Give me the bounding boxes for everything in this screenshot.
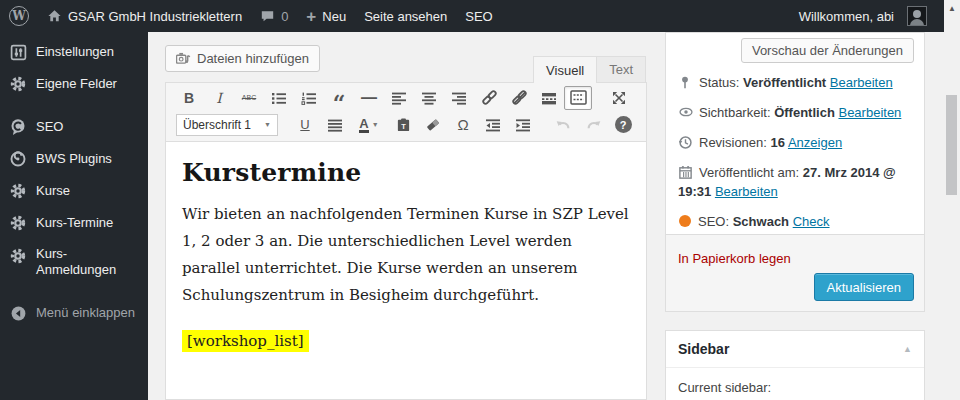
justify-button[interactable] bbox=[320, 113, 350, 137]
comments-link[interactable]: 0 bbox=[251, 0, 297, 32]
wordpress-admin-page: W GSAR GmbH Industrieklettern 0 + Neu Se… bbox=[0, 0, 960, 400]
move-to-trash-link[interactable]: In Papierkorb legen bbox=[678, 251, 791, 266]
more-tag-button[interactable] bbox=[534, 86, 564, 110]
view-page-link[interactable]: Seite ansehen bbox=[355, 0, 456, 32]
toggle-panel-icon[interactable]: ▲ bbox=[903, 344, 912, 354]
numbered-list-button[interactable] bbox=[294, 86, 324, 110]
collapse-menu-button[interactable]: Menü einklappen bbox=[0, 297, 148, 329]
editor-toolbar: B I ABC “ — bbox=[166, 83, 646, 142]
avatar bbox=[907, 6, 927, 26]
strikethrough-button[interactable]: ABC bbox=[234, 86, 264, 110]
blockquote-button[interactable]: “ bbox=[324, 86, 354, 110]
text-color-button[interactable]: A ▼ bbox=[350, 113, 388, 137]
admin-bar: W GSAR GmbH Industrieklettern 0 + Neu Se… bbox=[0, 0, 944, 32]
edit-visibility-link[interactable]: Bearbeiten bbox=[838, 105, 901, 120]
publish-box: Vorschau der Änderungen Status: Veröffen… bbox=[665, 32, 925, 312]
admin-bar-right: Willkommen, abi bbox=[790, 0, 944, 32]
undo-button[interactable] bbox=[548, 113, 578, 137]
wordpress-logo-icon: W bbox=[9, 6, 29, 26]
bws-swirl-icon bbox=[8, 149, 28, 169]
redo-button[interactable] bbox=[578, 113, 608, 137]
sidebar-metabox-header[interactable]: Sidebar ▲ bbox=[666, 331, 924, 368]
scroll-up-arrow[interactable]: ▲ bbox=[944, 2, 960, 16]
align-right-button[interactable] bbox=[444, 86, 474, 110]
sidebar-item-eigene-felder[interactable]: Eigene Felder bbox=[0, 68, 148, 100]
editor-content[interactable]: Kurstermine Wir bieten an nachfolgenden … bbox=[166, 142, 646, 362]
tab-text[interactable]: Text bbox=[597, 56, 646, 83]
tab-visual[interactable]: Visuell bbox=[533, 56, 597, 83]
edit-published-date-link[interactable]: Bearbeiten bbox=[715, 184, 778, 199]
sidebar-item-bws-plugins[interactable]: BWS Plugins bbox=[0, 143, 148, 175]
scrollbar-thumb[interactable] bbox=[946, 95, 957, 195]
menu-separator bbox=[0, 100, 148, 111]
fullscreen-button[interactable] bbox=[604, 86, 634, 110]
bullet-list-button[interactable] bbox=[264, 86, 294, 110]
sidebar-item-kurs-termine[interactable]: Kurs-Termine bbox=[0, 207, 148, 239]
svg-text:T: T bbox=[401, 121, 406, 130]
align-left-button[interactable] bbox=[384, 86, 414, 110]
editor-column: Dateien hinzufügen Visuell Text B I ABC bbox=[165, 45, 647, 400]
align-center-button[interactable] bbox=[414, 86, 444, 110]
sidebar-item-seo[interactable]: SEO bbox=[0, 111, 148, 143]
status-pin-icon bbox=[678, 75, 694, 89]
publish-footer: In Papierkorb legen Aktualisieren bbox=[666, 234, 924, 311]
admin-bar-seo-link[interactable]: SEO bbox=[456, 0, 501, 32]
current-sidebar-label: Current sidebar: bbox=[678, 380, 771, 395]
underline-button[interactable]: U bbox=[290, 113, 320, 137]
view-revisions-link[interactable]: Anzeigen bbox=[788, 135, 842, 150]
gear-icon bbox=[8, 246, 28, 266]
account-menu[interactable]: Willkommen, abi bbox=[790, 0, 936, 32]
settings-sliders-icon bbox=[8, 42, 28, 62]
format-select[interactable]: Überschrift 1 ▼ bbox=[176, 114, 278, 136]
published-date-row: Veröffentlicht am: 27. Mrz 2014 @ 19:31 … bbox=[678, 163, 914, 201]
add-media-button[interactable]: Dateien hinzufügen bbox=[165, 45, 320, 72]
editor-mode-tabs: Visuell Text bbox=[533, 56, 646, 83]
indent-button[interactable] bbox=[508, 113, 538, 137]
seo-status-row: SEO: Schwach Check bbox=[678, 212, 914, 231]
toolbar-row-2: Überschrift 1 ▼ U A ▼ T bbox=[166, 112, 646, 141]
preview-changes-button[interactable]: Vorschau der Änderungen bbox=[741, 38, 914, 63]
content-paragraph: Wir bieten an nachfolgenden Terminen Kur… bbox=[182, 201, 630, 309]
revisions-row: Revisionen: 16 Anzeigen bbox=[678, 133, 914, 152]
link-button[interactable] bbox=[474, 86, 504, 110]
home-icon bbox=[47, 9, 62, 23]
sidebar-item-einstellungen[interactable]: Einstellungen bbox=[0, 36, 148, 68]
italic-button[interactable]: I bbox=[204, 86, 234, 110]
gear-icon bbox=[8, 213, 28, 233]
edit-status-link[interactable]: Bearbeiten bbox=[830, 75, 893, 90]
greeting-label: Willkommen, abi bbox=[799, 9, 894, 24]
new-label: Neu bbox=[322, 9, 346, 24]
add-media-icon bbox=[176, 52, 191, 65]
vertical-scrollbar: ▲ bbox=[944, 0, 960, 400]
new-content-link[interactable]: + Neu bbox=[297, 0, 355, 32]
outdent-button[interactable] bbox=[478, 113, 508, 137]
content-heading: Kurstermine bbox=[182, 158, 630, 187]
collapse-menu-icon bbox=[8, 303, 28, 323]
toolbar-row-1: B I ABC “ — bbox=[166, 83, 646, 112]
help-button[interactable]: ? bbox=[608, 113, 638, 137]
admin-bar-left: W GSAR GmbH Industrieklettern 0 + Neu Se… bbox=[0, 0, 502, 32]
update-button[interactable]: Aktualisieren bbox=[814, 273, 914, 301]
visibility-row: Sichtbarkeit: Öffentlich Bearbeiten bbox=[678, 103, 914, 122]
site-name-link[interactable]: GSAR GmbH Industrieklettern bbox=[38, 0, 251, 32]
unlink-button[interactable] bbox=[504, 86, 534, 110]
visibility-eye-icon bbox=[678, 105, 694, 119]
gear-icon bbox=[8, 74, 28, 94]
chevron-down-icon: ▼ bbox=[372, 121, 379, 128]
clear-formatting-button[interactable] bbox=[418, 113, 448, 137]
sidebar-item-kurse[interactable]: Kurse bbox=[0, 175, 148, 207]
calendar-icon bbox=[678, 165, 694, 179]
wordpress-menu[interactable]: W bbox=[0, 0, 38, 32]
seo-bubble-icon bbox=[8, 117, 28, 137]
sidebar-item-kurs-anmeldungen[interactable]: Kurs-Anmeldungen bbox=[0, 239, 148, 285]
toolbar-toggle-button[interactable] bbox=[564, 86, 592, 110]
bold-button[interactable]: B bbox=[174, 86, 204, 110]
sidebar-metabox-title: Sidebar bbox=[678, 341, 729, 357]
editor-box: B I ABC “ — bbox=[165, 82, 647, 400]
admin-menu: Einstellungen Eigene Felder SEO BWS Plug… bbox=[0, 32, 148, 400]
horizontal-rule-button[interactable]: — bbox=[354, 86, 384, 110]
chevron-down-icon: ▼ bbox=[264, 121, 271, 128]
special-character-button[interactable]: Ω bbox=[448, 113, 478, 137]
seo-check-link[interactable]: Check bbox=[793, 214, 830, 229]
paste-as-text-button[interactable]: T bbox=[388, 113, 418, 137]
